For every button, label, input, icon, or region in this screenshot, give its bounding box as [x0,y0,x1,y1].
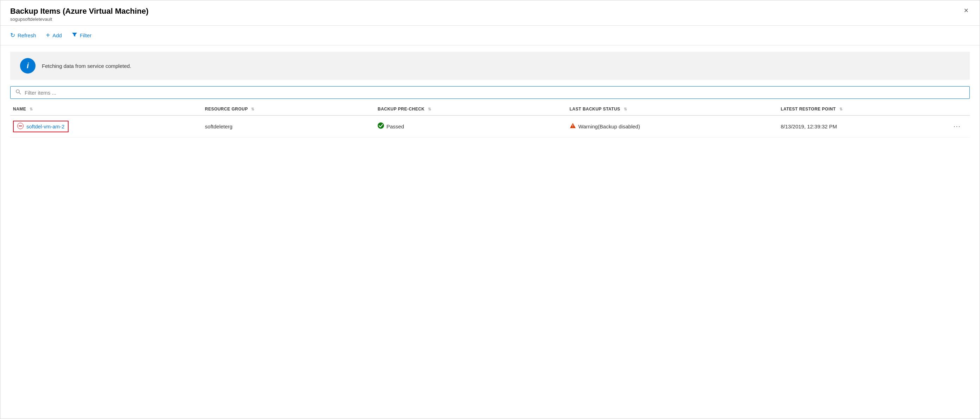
add-icon: + [46,31,50,40]
col-header-backup-precheck[interactable]: BACKUP PRE-CHECK ⇅ [375,103,567,115]
cell-resource-group: softdeleterg [202,115,375,137]
window-subtitle: sogupsoftdeletevault [10,16,148,22]
refresh-label: Refresh [18,32,36,38]
window-title: Backup Items (Azure Virtual Machine) [10,7,148,16]
info-banner: i Fetching data from service completed. [10,52,970,80]
col-header-last-backup[interactable]: LAST BACKUP STATUS ⇅ [567,103,778,115]
toolbar: ↻ Refresh + Add Filter [0,25,980,45]
main-window: Backup Items (Azure Virtual Machine) sog… [0,0,980,419]
add-label: Add [52,32,62,38]
sort-icon-rg: ⇅ [251,107,254,112]
name-cell: softdel-vm-am-2 [13,121,68,132]
filter-button[interactable]: Filter [72,32,91,39]
cell-backup-precheck: Passed [375,115,567,137]
filter-icon [72,32,77,39]
svg-line-1 [19,93,21,95]
search-icon [16,89,21,96]
cell-last-backup-status: ! Warning(Backup disabled) [567,115,778,137]
banner-message: Fetching data from service completed. [42,63,131,69]
vm-name-link[interactable]: softdel-vm-am-2 [26,123,64,129]
passed-cell: Passed [378,123,561,131]
refresh-icon: ↻ [10,32,15,39]
svg-point-4 [378,123,384,129]
add-button[interactable]: + Add [46,31,62,40]
cell-actions: ··· [950,115,970,137]
col-header-actions [950,103,970,115]
svg-point-0 [16,90,19,93]
close-button[interactable]: × [963,7,970,14]
passed-text: Passed [387,123,404,129]
col-header-restore-point[interactable]: LATEST RESTORE POINT ⇅ [778,103,950,115]
warning-text: Warning(Backup disabled) [578,123,640,129]
refresh-button[interactable]: ↻ Refresh [10,32,36,39]
sort-icon-name: ⇅ [30,107,33,112]
search-bar-wrapper [0,86,980,103]
row-actions-button[interactable]: ··· [953,123,961,130]
stop-icon [17,123,24,130]
title-bar: Backup Items (Azure Virtual Machine) sog… [0,0,980,25]
svg-text:!: ! [572,124,574,128]
info-icon: i [27,62,29,70]
passed-icon [378,123,384,131]
title-content: Backup Items (Azure Virtual Machine) sog… [10,7,148,22]
info-icon-circle: i [20,58,35,73]
table-wrapper: NAME ⇅ RESOURCE GROUP ⇅ BACKUP PRE-CHECK… [0,103,980,137]
cell-latest-restore-point: 8/13/2019, 12:39:32 PM [778,115,950,137]
filter-label: Filter [80,32,91,38]
sort-icon-restore: ⇅ [839,107,843,112]
warning-icon: ! [570,123,576,131]
search-input[interactable] [25,90,964,96]
col-header-resource-group[interactable]: RESOURCE GROUP ⇅ [202,103,375,115]
col-header-name[interactable]: NAME ⇅ [10,103,202,115]
search-bar [10,86,970,99]
table-row[interactable]: softdel-vm-am-2 softdeleterg [10,115,970,137]
table-header-row: NAME ⇅ RESOURCE GROUP ⇅ BACKUP PRE-CHECK… [10,103,970,115]
backup-items-table: NAME ⇅ RESOURCE GROUP ⇅ BACKUP PRE-CHECK… [10,103,970,137]
sort-icon-lastbackup: ⇅ [624,107,627,112]
warning-cell: ! Warning(Backup disabled) [570,123,772,131]
sort-icon-precheck: ⇅ [428,107,431,112]
svg-rect-3 [19,126,22,126]
cell-name: softdel-vm-am-2 [10,115,202,137]
